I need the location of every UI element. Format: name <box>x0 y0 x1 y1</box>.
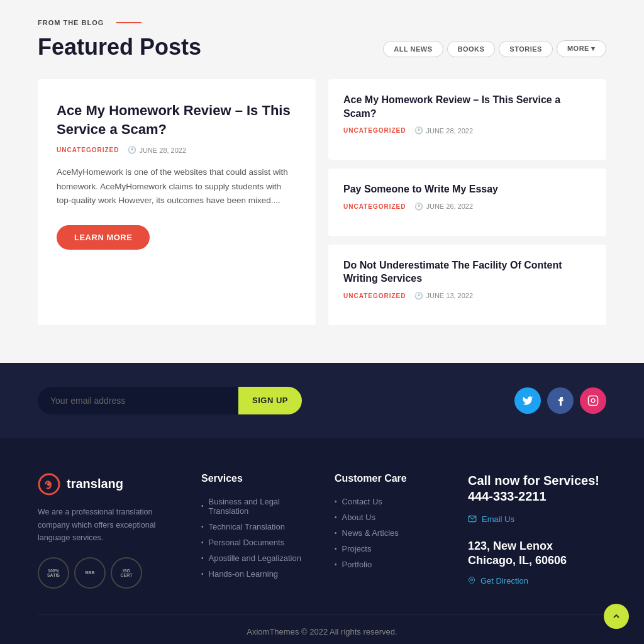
list-item: Technical Translation <box>201 522 309 531</box>
sidebar-post-title-3: Do Not Underestimate The Facility Of Con… <box>343 258 591 286</box>
instagram-icon[interactable] <box>580 387 606 414</box>
posts-grid: Ace My Homework Review – Is This Service… <box>38 79 606 325</box>
clock-icon: 🕐 <box>128 146 136 154</box>
footer: translang We are a professional translat… <box>0 438 644 644</box>
svg-point-5 <box>471 579 473 581</box>
badge-iso: ISOCERT <box>111 557 142 589</box>
featured-post-left: Ace My Homework Review – Is This Service… <box>38 79 316 325</box>
main-post-date: 🕐 JUNE 28, 2022 <box>128 146 186 154</box>
main-post-category: UNCATEGORIZED <box>57 147 119 153</box>
call-label: Call now for Services! 444-333-2211 <box>468 473 606 504</box>
facebook-icon[interactable] <box>547 387 574 414</box>
footer-about: translang We are a professional translat… <box>38 473 176 589</box>
footer-badges: 100%SATIS BBB ISOCERT <box>38 557 176 589</box>
footer-logo: translang <box>38 473 176 496</box>
list-item: Portfolio <box>335 560 443 569</box>
tab-more[interactable]: MORE ▾ <box>557 40 606 57</box>
newsletter-form: SIGN UP <box>38 387 302 414</box>
list-item: Hands-on Learning <box>201 569 309 579</box>
sidebar-post-cat-1: UNCATEGORIZED <box>343 127 406 134</box>
social-icons <box>514 387 606 414</box>
list-item: Do Not Underestimate The Facility Of Con… <box>328 245 606 325</box>
footer-contact: Call now for Services! 444-333-2211 Emai… <box>468 473 606 589</box>
main-post-title: Ace My Homework Review – Is This Service… <box>57 101 297 138</box>
twitter-icon[interactable] <box>514 387 541 414</box>
blog-section: FROM THE BLOG Featured Posts ALL NEWS BO… <box>0 0 644 363</box>
badge-satisfaction: 100%SATIS <box>38 557 69 589</box>
section-label-text: FROM THE BLOG <box>38 19 104 26</box>
filter-tabs: ALL NEWS BOOKS STORIES MORE ▾ <box>383 40 606 57</box>
sidebar-post-meta-2: UNCATEGORIZED 🕐 JUNE 26, 2022 <box>343 203 591 211</box>
footer-address: 123, New LenoxChicago, IL, 60606 <box>468 539 606 569</box>
clock-icon: 🕐 <box>414 203 423 211</box>
tab-books[interactable]: BOOKS <box>447 41 496 57</box>
learn-more-button[interactable]: LEARN MORE <box>57 225 150 250</box>
list-item: News & Articles <box>335 528 443 538</box>
footer-services: Services Business and Legal Translation … <box>201 473 309 589</box>
sidebar-post-date-2: 🕐 JUNE 26, 2022 <box>414 203 473 211</box>
customer-care-list: Contact Us About Us News & Articles Proj… <box>335 497 443 569</box>
footer-copyright: AxiomThemes © 2022 All rights reserved. <box>38 614 606 636</box>
badge-bbb: BBB <box>74 557 106 589</box>
list-item: Personal Documents <box>201 538 309 547</box>
email-input[interactable] <box>38 387 238 414</box>
section-label-line <box>116 22 142 23</box>
sidebar-post-meta-1: UNCATEGORIZED 🕐 JUNE 28, 2022 <box>343 126 591 135</box>
footer-description: We are a professional translation compan… <box>38 506 176 545</box>
main-post-excerpt: AceMyHomework is one of the websites tha… <box>57 165 297 208</box>
section-label: FROM THE BLOG <box>38 19 606 26</box>
featured-title: Featured Posts <box>38 34 201 60</box>
svg-point-3 <box>47 482 51 486</box>
list-item: Projects <box>335 544 443 553</box>
list-item: Apostille and Legalization <box>201 553 309 563</box>
tab-all-news[interactable]: ALL NEWS <box>383 41 443 57</box>
services-list: Business and Legal Translation Technical… <box>201 497 309 579</box>
sidebar-post-title-1: Ace My Homework Review – Is This Service… <box>343 93 591 120</box>
logo-text: translang <box>67 477 123 491</box>
scroll-top-button[interactable] <box>604 604 629 629</box>
sidebar-post-cat-3: UNCATEGORIZED <box>343 292 406 299</box>
list-item: Business and Legal Translation <box>201 497 309 516</box>
clock-icon: 🕐 <box>414 292 423 300</box>
sidebar-post-date-1: 🕐 JUNE 28, 2022 <box>414 126 473 135</box>
services-title: Services <box>201 473 309 484</box>
sidebar-post-meta-3: UNCATEGORIZED 🕐 JUNE 13, 2022 <box>343 292 591 300</box>
footer-grid: translang We are a professional translat… <box>38 473 606 589</box>
sidebar-post-title-2: Pay Someone to Write My Essay <box>343 182 591 196</box>
footer-customer-care: Customer Care Contact Us About Us News &… <box>335 473 443 589</box>
customer-care-title: Customer Care <box>335 473 443 484</box>
sidebar-post-cat-2: UNCATEGORIZED <box>343 203 406 210</box>
clock-icon: 🕐 <box>414 126 423 135</box>
list-item: Ace My Homework Review – Is This Service… <box>328 79 606 160</box>
newsletter-section: SIGN UP <box>0 363 644 438</box>
list-item: About Us <box>335 513 443 522</box>
featured-header: Featured Posts ALL NEWS BOOKS STORIES MO… <box>38 34 606 60</box>
list-item: Contact Us <box>335 497 443 506</box>
list-item: Pay Someone to Write My Essay UNCATEGORI… <box>328 169 606 236</box>
svg-rect-0 <box>589 396 598 405</box>
logo-icon <box>38 473 60 496</box>
signup-button[interactable]: SIGN UP <box>238 387 302 414</box>
sidebar-post-date-3: 🕐 JUNE 13, 2022 <box>414 292 473 300</box>
sidebar-posts: Ace My Homework Review – Is This Service… <box>328 79 606 325</box>
email-link[interactable]: Email Us <box>468 514 606 524</box>
direction-link[interactable]: Get Direction <box>468 576 606 586</box>
tab-stories[interactable]: STORIES <box>499 41 553 57</box>
main-post-meta: UNCATEGORIZED 🕐 JUNE 28, 2022 <box>57 146 297 154</box>
